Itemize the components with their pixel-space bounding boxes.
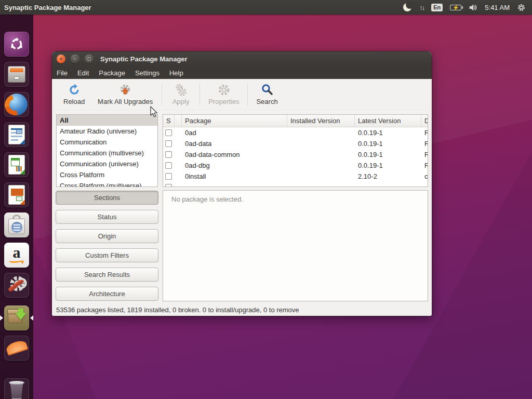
impress-document-icon <box>8 185 25 205</box>
menu-package[interactable]: Package <box>99 69 125 77</box>
origin-button[interactable]: Origin <box>56 229 158 243</box>
launcher-trash-icon[interactable] <box>4 378 29 399</box>
architecture-button[interactable]: Architecture <box>56 287 158 301</box>
latest-version: 2.10-2 <box>355 172 421 180</box>
category-item[interactable]: Amateur Radio (universe) <box>57 126 157 137</box>
column-header-latest-version[interactable]: Latest Version <box>355 115 421 127</box>
category-item-all[interactable]: All <box>57 115 157 126</box>
orange-slice-icon <box>5 339 29 355</box>
amazon-smile-icon <box>9 258 23 263</box>
package-table[interactable]: S Package Installed Version Latest Versi… <box>163 114 428 187</box>
toolbar-separator <box>162 83 162 105</box>
launcher-clementine-icon[interactable] <box>4 336 29 361</box>
file-cabinet-icon <box>8 66 25 83</box>
mark-all-upgrades-button[interactable]: Mark All Upgrades <box>91 79 159 110</box>
column-header-description[interactable]: D <box>421 115 428 127</box>
launcher-synaptic-icon[interactable] <box>4 305 29 330</box>
properties-button[interactable]: Properties <box>202 79 245 110</box>
volume-icon[interactable] <box>469 3 477 12</box>
status-text: 53536 packages listed, 1819 installed, 0… <box>56 306 299 314</box>
filter-button-panel: Sections Status Origin Custom Filters Se… <box>56 191 158 306</box>
maximize-button[interactable]: ◻ <box>85 55 94 63</box>
launcher-libreoffice-writer-icon[interactable] <box>4 122 29 147</box>
mark-upgrades-icon <box>119 84 131 96</box>
reload-button[interactable]: Reload <box>57 79 91 110</box>
writer-document-icon <box>8 125 25 144</box>
search-button[interactable]: Search <box>250 79 284 110</box>
column-header-installed-version[interactable]: Installed Version <box>287 115 355 127</box>
battery-charging-icon[interactable]: ⚡ <box>450 5 461 10</box>
package-checkbox[interactable] <box>165 162 172 169</box>
latest-version: 0.0.19-1 <box>355 140 421 148</box>
menu-help[interactable]: Help <box>169 69 183 77</box>
table-row[interactable]: 0install 2.10-2 cr <box>163 171 428 182</box>
package-description: R <box>421 162 428 169</box>
search-icon <box>261 84 273 96</box>
page-fold <box>20 169 25 175</box>
sync-arrows-icon[interactable]: ↑↓ <box>419 4 424 11</box>
column-header-s[interactable]: S <box>163 115 175 127</box>
launcher-libreoffice-impress-icon[interactable] <box>4 182 29 207</box>
launcher-software-center-icon[interactable] <box>4 212 29 237</box>
reload-icon <box>68 84 81 96</box>
category-item[interactable]: Cross Platform (multiverse) <box>57 180 157 187</box>
apply-button[interactable]: Apply <box>164 79 197 110</box>
drawer-handle <box>14 76 19 79</box>
unity-launcher: a <box>0 15 33 399</box>
package-description: R <box>421 140 428 148</box>
toolbar: Reload Mark All Upgrades <box>52 79 432 110</box>
menu-file[interactable]: File <box>57 69 68 77</box>
column-header-package[interactable]: Package <box>182 115 287 127</box>
column-header-status-icon[interactable] <box>175 115 182 127</box>
slide-block <box>11 189 23 196</box>
desktop-stage: Synaptic Package Manager ↑↓ En ⚡ 5:41 AM <box>0 0 532 399</box>
mouse-cursor <box>150 106 158 118</box>
keyboard-layout-indicator[interactable]: En <box>431 4 443 11</box>
package-checkbox[interactable] <box>165 173 172 180</box>
table-row[interactable]: 0ad-data-common 0.0.19-1 R <box>163 149 428 160</box>
latest-version: 0.0.19-1 <box>355 162 421 169</box>
category-item[interactable]: Communication <box>57 137 157 148</box>
custom-filters-button[interactable]: Custom Filters <box>56 248 158 262</box>
category-item[interactable]: Communication (multiverse) <box>57 148 157 158</box>
session-gear-icon[interactable] <box>517 3 526 12</box>
category-item[interactable]: Communication (universe) <box>57 158 157 169</box>
crescent-indicator-icon[interactable] <box>403 3 412 12</box>
package-description: cr <box>421 172 428 180</box>
clock[interactable]: 5:41 AM <box>485 4 510 11</box>
apply-gears-icon <box>175 84 187 96</box>
package-checkbox[interactable] <box>165 140 172 147</box>
ubuntu-logo-icon <box>10 37 23 51</box>
synaptic-window: × − ◻ Synaptic Package Manager File Edit… <box>52 51 432 316</box>
sections-button[interactable]: Sections <box>56 191 158 205</box>
menu-settings[interactable]: Settings <box>135 69 159 77</box>
table-row-partial[interactable] <box>163 182 428 187</box>
window-titlebar[interactable]: × − ◻ Synaptic Package Manager <box>52 51 432 66</box>
package-checkbox[interactable] <box>165 151 172 158</box>
no-selection-message: No package is selected. <box>163 191 428 203</box>
table-row[interactable]: 0ad-data 0.0.19-1 R <box>163 138 428 149</box>
package-checkbox[interactable] <box>165 129 172 136</box>
launcher-libreoffice-calc-icon[interactable] <box>4 152 29 177</box>
package-detail-pane: No package is selected. <box>163 190 428 301</box>
launcher-firefox-icon[interactable] <box>4 92 29 117</box>
close-button[interactable]: × <box>57 55 65 63</box>
category-list[interactable]: All Amateur Radio (universe) Communicati… <box>56 114 158 187</box>
launcher-system-settings-icon[interactable] <box>4 273 29 298</box>
package-checkbox[interactable] <box>165 184 172 187</box>
launcher-files-icon[interactable] <box>4 62 29 87</box>
launcher-ubuntu-dash-icon[interactable] <box>4 32 29 57</box>
menu-edit[interactable]: Edit <box>77 69 89 77</box>
writer-image-thumb <box>16 129 22 134</box>
search-results-button[interactable]: Search Results <box>56 268 158 282</box>
launcher-amazon-icon[interactable]: a <box>4 243 29 268</box>
properties-gear-icon <box>218 84 230 96</box>
page-fold <box>20 200 25 205</box>
table-row[interactable]: 0ad 0.0.19-1 R <box>163 127 428 138</box>
firefox-fox-icon <box>4 92 29 117</box>
table-row[interactable]: 0ad-dbg 0.0.19-1 R <box>163 160 428 171</box>
minimize-button[interactable]: − <box>71 55 79 63</box>
package-name: 0ad-dbg <box>182 162 287 169</box>
status-button[interactable]: Status <box>56 210 158 224</box>
category-item[interactable]: Cross Platform <box>57 169 157 180</box>
